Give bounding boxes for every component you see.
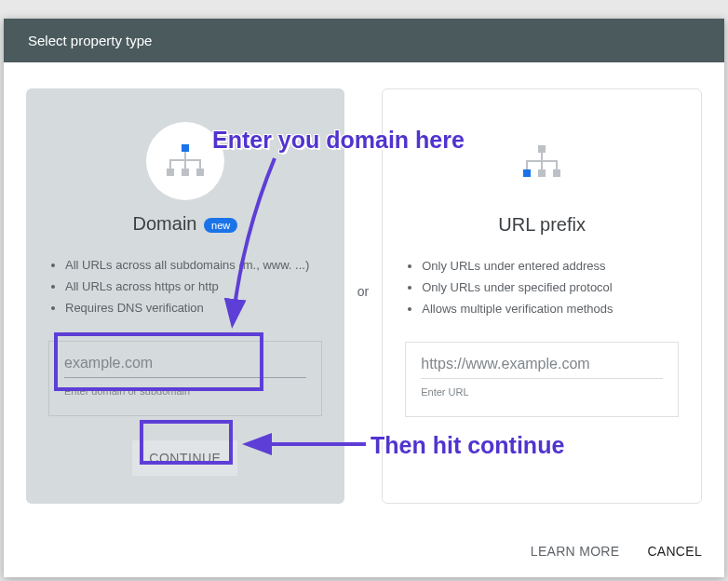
domain-feature-item: All URLs across all subdomains (m., www.… [65,255,322,277]
dialog-title: Select property type [28,33,152,48]
continue-button[interactable]: CONTINUE [132,440,237,476]
svg-rect-3 [196,169,204,176]
svg-rect-0 [182,144,189,152]
url-features: Only URLs under entered address Only URL… [405,256,679,319]
annotation-enter-domain: Enter you domain here [212,127,465,154]
annotation-hit-continue: Then hit continue [371,432,564,459]
domain-card-title: Domain [133,213,197,234]
svg-rect-5 [523,169,531,177]
domain-card-title-row: Domain new [48,213,322,235]
domain-input-hint: Enter domain or subdomain [64,385,306,397]
svg-rect-7 [553,169,560,177]
learn-more-button[interactable]: LEARN MORE [531,544,620,559]
url-feature-item: Allows multiple verification methods [422,299,679,320]
new-badge: new [204,218,237,233]
svg-rect-6 [538,169,546,177]
url-feature-item: Only URLs under specified protocol [422,277,679,299]
or-separator: or [357,284,369,299]
domain-input[interactable]: example.com [64,355,306,378]
dialog-footer: LEARN MORE CANCEL [531,544,702,559]
svg-rect-4 [538,145,546,153]
sitemap-icon [521,145,562,179]
select-property-dialog: Select property type Domain new All URLs… [4,19,724,577]
svg-rect-1 [167,169,174,176]
domain-feature-item: All URLs across https or http [65,277,322,298]
sitemap-icon [165,144,206,178]
url-input[interactable]: https://www.example.com [421,356,663,379]
url-input-hint: Enter URL [421,386,663,398]
dialog-header: Select property type [4,19,724,62]
svg-rect-2 [182,169,189,176]
domain-feature-item: Requires DNS verification [65,298,322,319]
url-card-title: URL prefix [405,214,679,236]
url-input-box[interactable]: https://www.example.com Enter URL [405,342,679,417]
domain-features: All URLs across all subdomains (m., www.… [48,255,322,318]
url-feature-item: Only URLs under entered address [422,256,679,277]
url-icon-circle [503,123,581,201]
domain-input-box[interactable]: example.com Enter domain or subdomain [48,341,322,416]
cancel-button[interactable]: CANCEL [647,544,702,559]
